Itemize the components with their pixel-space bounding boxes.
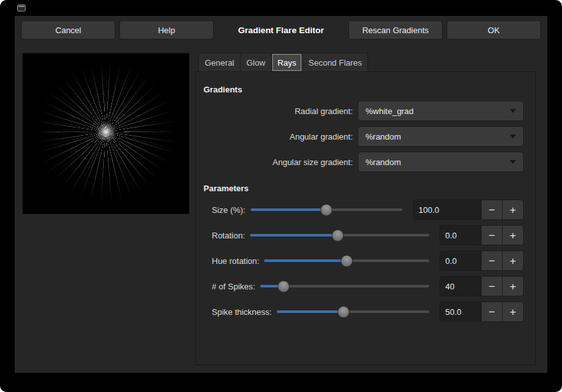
hue-rotation-entry[interactable]: 0.0 [440, 250, 482, 271]
tab-second-flares[interactable]: Second Flares [302, 53, 369, 72]
slider-track [277, 310, 429, 313]
plus-icon: + [510, 307, 516, 317]
rotation-increment-button[interactable]: + [503, 225, 524, 245]
slider-thumb[interactable] [337, 306, 350, 318]
spike-thickness-label: Spike thickness: [212, 307, 272, 317]
chevron-down-icon [510, 134, 516, 138]
slider-fill [250, 234, 338, 236]
ok-button[interactable]: OK [447, 20, 541, 40]
rotation-entry[interactable]: 0.0 [440, 225, 482, 245]
tab-glow[interactable]: Glow [240, 53, 271, 72]
gradients-section-title: Gradients [203, 85, 524, 94]
minus-icon: − [489, 307, 495, 317]
spike-thickness-slider[interactable] [277, 305, 429, 319]
minus-icon: − [489, 256, 495, 266]
dialog-title: Gradient Flare Editor [218, 25, 344, 35]
minus-icon: − [489, 281, 495, 292]
size-row: Size (%): 100.0 − + [203, 197, 524, 222]
titlebar [0, 0, 562, 16]
angular-size-gradient-dropdown[interactable]: %random [358, 152, 524, 172]
rotation-slider[interactable] [250, 229, 429, 242]
window-frame: Cancel Help Gradient Flare Editor Rescan… [0, 0, 562, 392]
spike-thickness-row: Spike thickness: 50.0 − + [203, 299, 524, 324]
window-icon[interactable] [17, 4, 26, 11]
radial-gradient-dropdown[interactable]: %white_grad [358, 101, 524, 121]
radial-gradient-row: Radial gradient: %white_grad [203, 98, 524, 124]
slider-thumb[interactable] [320, 204, 332, 216]
chevron-down-icon [510, 109, 516, 113]
parameters-section-title: Parameters [203, 184, 524, 193]
angular-gradient-value: %random [366, 132, 401, 142]
minus-icon: − [489, 205, 495, 215]
flare-preview[interactable] [22, 53, 189, 214]
plus-icon: + [510, 281, 516, 292]
angular-gradient-label: Angular gradient: [203, 132, 358, 142]
size-increment-button[interactable]: + [503, 200, 524, 220]
spike-thickness-decrement-button[interactable]: − [482, 301, 503, 322]
num-spikes-entry[interactable]: 40 [440, 276, 482, 296]
cancel-button[interactable]: Cancel [21, 20, 115, 40]
spike-thickness-entry[interactable]: 50.0 [440, 301, 482, 322]
num-spikes-row: # of Spikes: 40 − + [203, 273, 524, 299]
plus-icon: + [510, 230, 516, 241]
size-decrement-button[interactable]: − [482, 200, 503, 220]
num-spikes-slider[interactable] [260, 280, 429, 293]
hue-rotation-increment-button[interactable]: + [503, 250, 524, 271]
hue-rotation-decrement-button[interactable]: − [482, 250, 503, 271]
tab-bar: General Glow Rays Second Flares [195, 53, 536, 72]
minus-icon: − [489, 230, 495, 241]
plus-icon: + [510, 256, 516, 266]
flare-core-glow [95, 121, 117, 143]
gradient-flare-editor-dialog: Cancel Help Gradient Flare Editor Rescan… [15, 16, 547, 373]
chevron-down-icon [510, 160, 516, 164]
slider-fill [264, 259, 346, 262]
radial-gradient-label: Radial gradient: [203, 106, 358, 116]
tab-general[interactable]: General [198, 53, 240, 72]
angular-gradient-row: Angular gradient: %random [203, 124, 524, 149]
size-slider[interactable] [251, 203, 403, 217]
dialog-content: General Glow Rays Second Flares Gradient… [15, 45, 547, 373]
num-spikes-label: # of Spikes: [212, 282, 255, 291]
angular-size-gradient-label: Angular size gradient: [203, 157, 358, 167]
rotation-decrement-button[interactable]: − [482, 225, 503, 245]
plus-icon: + [510, 205, 516, 215]
slider-fill [277, 310, 343, 313]
hue-rotation-slider[interactable] [264, 254, 429, 268]
hue-rotation-row: Hue rotation: 0.0 − + [203, 248, 524, 273]
slider-thumb[interactable] [332, 229, 344, 242]
rotation-row: Rotation: 0.0 − + [203, 222, 524, 248]
notebook: General Glow Rays Second Flares Gradient… [195, 53, 536, 365]
num-spikes-increment-button[interactable]: + [503, 276, 524, 296]
slider-fill [260, 285, 279, 287]
slider-fill [251, 208, 327, 211]
help-button[interactable]: Help [119, 20, 214, 40]
slider-thumb[interactable] [341, 255, 353, 267]
angular-size-gradient-row: Angular size gradient: %random [203, 149, 524, 175]
dialog-header: Cancel Help Gradient Flare Editor Rescan… [15, 16, 547, 45]
num-spikes-decrement-button[interactable]: − [482, 276, 503, 296]
rotation-label: Rotation: [212, 231, 245, 240]
tab-rays[interactable]: Rays [271, 53, 302, 72]
radial-gradient-value: %white_grad [366, 106, 413, 116]
spike-thickness-increment-button[interactable]: + [503, 301, 524, 322]
slider-thumb[interactable] [277, 280, 290, 293]
angular-size-gradient-value: %random [366, 157, 401, 167]
size-label: Size (%): [212, 205, 246, 215]
hue-rotation-label: Hue rotation: [212, 256, 259, 266]
rescan-gradients-button[interactable]: Rescan Gradients [348, 20, 443, 40]
angular-gradient-dropdown[interactable]: %random [358, 126, 524, 147]
rays-tab-panel: Gradients Radial gradient: %white_grad A… [195, 71, 536, 365]
size-entry[interactable]: 100.0 [413, 200, 482, 220]
